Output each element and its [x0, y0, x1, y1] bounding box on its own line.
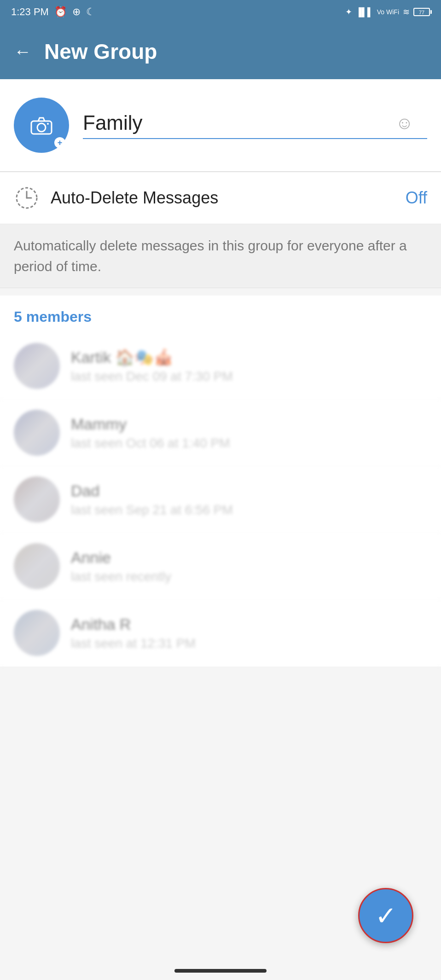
- members-list: Kartik 🏠🎭🎪last seen Dec 09 at 7:30 PMMam…: [0, 333, 441, 667]
- group-name-input[interactable]: [83, 111, 427, 134]
- avatar: [14, 543, 60, 589]
- member-info: Anitha Rlast seen at 12:31 PM: [71, 615, 427, 651]
- member-info: Dadlast seen Sep 21 at 6:56 PM: [71, 482, 427, 517]
- members-section: 5 members Kartik 🏠🎭🎪last seen Dec 09 at …: [0, 296, 441, 667]
- member-name: Mammy: [71, 415, 427, 433]
- auto-delete-label: Auto-Delete Messages: [51, 188, 395, 208]
- signal-icon: ▐▌▌: [356, 7, 373, 17]
- bluetooth-icon: ✦: [345, 7, 352, 17]
- member-name: Kartik 🏠🎭🎪: [71, 348, 427, 366]
- group-name-area: ☺: [83, 111, 427, 139]
- back-button[interactable]: ←: [14, 42, 31, 62]
- check-icon: ✓: [375, 901, 397, 931]
- list-item[interactable]: Anitha Rlast seen at 12:31 PM: [0, 600, 441, 667]
- member-info: Kartik 🏠🎭🎪last seen Dec 09 at 7:30 PM: [71, 348, 427, 384]
- avatar: [14, 610, 60, 656]
- avatar: [14, 476, 60, 522]
- member-status: last seen Sep 21 at 6:56 PM: [71, 503, 427, 517]
- vo-wifi-label: Vo WiFi: [377, 8, 399, 16]
- time-display: 1:23 PM: [11, 6, 49, 18]
- members-count: 5 members: [0, 296, 441, 333]
- avatar: [14, 343, 60, 389]
- svg-point-2: [47, 123, 49, 125]
- auto-delete-description: Automatically delete messages in this gr…: [0, 224, 441, 288]
- emoji-button[interactable]: ☺: [395, 113, 413, 133]
- list-item[interactable]: Kartik 🏠🎭🎪last seen Dec 09 at 7:30 PM: [0, 333, 441, 400]
- page-title: New Group: [44, 39, 157, 64]
- member-status: last seen at 12:31 PM: [71, 636, 427, 651]
- group-info-section: + ☺: [0, 79, 441, 172]
- auto-delete-value: Off: [406, 188, 427, 208]
- member-status: last seen Oct 06 at 1:40 PM: [71, 436, 427, 451]
- avatar: [14, 410, 60, 456]
- status-bar-right: ✦ ▐▌▌ Vo WiFi ≋ 77: [345, 7, 430, 17]
- member-status: last seen recently: [71, 569, 427, 584]
- wifi-icon: ≋: [403, 7, 410, 17]
- member-name: Annie: [71, 549, 427, 567]
- member-name: Anitha R: [71, 615, 427, 633]
- list-item[interactable]: Dadlast seen Sep 21 at 6:56 PM: [0, 466, 441, 533]
- list-item[interactable]: Annielast seen recently: [0, 533, 441, 600]
- toolbar: ← New Group: [0, 24, 441, 79]
- member-name: Dad: [71, 482, 427, 500]
- camera-icon: [30, 116, 53, 135]
- member-info: Annielast seen recently: [71, 549, 427, 584]
- status-bar: 1:23 PM ⏰ ⊕ ☾ ✦ ▐▌▌ Vo WiFi ≋ 77: [0, 0, 441, 24]
- clock-icon: ⏰: [54, 6, 67, 18]
- member-status: last seen Dec 09 at 7:30 PM: [71, 369, 427, 384]
- auto-delete-icon: [14, 185, 40, 211]
- create-group-fab[interactable]: ✓: [358, 888, 413, 943]
- group-avatar-button[interactable]: +: [14, 98, 69, 153]
- whatsapp-icon: ⊕: [72, 6, 81, 18]
- status-bar-left: 1:23 PM ⏰ ⊕ ☾: [11, 6, 95, 18]
- auto-delete-section: Auto-Delete Messages Off Automatically d…: [0, 172, 441, 288]
- home-indicator: [174, 969, 267, 973]
- battery-icon: 77: [413, 8, 430, 16]
- auto-delete-row[interactable]: Auto-Delete Messages Off: [0, 172, 441, 224]
- member-info: Mammylast seen Oct 06 at 1:40 PM: [71, 415, 427, 451]
- list-item[interactable]: Mammylast seen Oct 06 at 1:40 PM: [0, 400, 441, 466]
- moon-icon: ☾: [86, 6, 95, 18]
- add-photo-badge: +: [54, 137, 65, 148]
- svg-point-1: [37, 123, 46, 132]
